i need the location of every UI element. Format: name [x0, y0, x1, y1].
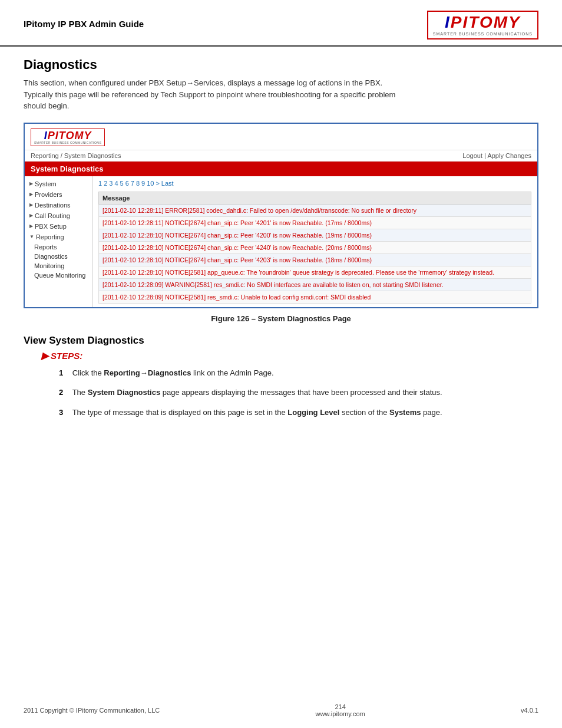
step-2-num: 2	[59, 388, 63, 397]
page-8[interactable]: 8	[136, 180, 140, 187]
logo-brand: PITOMY	[451, 13, 521, 31]
section-intro: This section, when configured under PBX …	[24, 77, 538, 112]
steps-label: STEPS:	[51, 351, 82, 361]
sidebar-item-system[interactable]: ▶ System	[25, 179, 92, 189]
page-4[interactable]: 4	[114, 180, 118, 187]
ss-logo: IPITOMY SMARTER BUSINESS COMMUNICATIONS	[31, 129, 105, 146]
table-row-1: [2011-02-10 12:28:11] ERROR[2581] codec_…	[99, 204, 531, 216]
page-1[interactable]: 1	[98, 180, 102, 187]
sidebar-sub-queue-monitoring[interactable]: Queue Monitoring	[25, 271, 92, 280]
sidebar-label-reporting: Reporting	[36, 233, 64, 241]
ss-sidebar: ▶ System ▶ Providers ▶ Destinations ▶ Ca…	[25, 176, 92, 307]
intro-line-2: Typically this page will be referenced b…	[24, 90, 395, 99]
step-2-bold1: System Diagnostics	[88, 388, 161, 397]
step-1: 1 Click the Reporting→Diagnostics link o…	[59, 367, 538, 379]
page-footer: 2011 Copyright © IPitomy Communication, …	[0, 703, 562, 717]
sidebar-label-pbx-setup: PBX Setup	[35, 223, 67, 230]
table-row-7: [2011-02-10 12:28:09] WARNING[2581] res_…	[99, 278, 531, 291]
sidebar-arrow-destinations: ▶	[29, 202, 33, 207]
page-9[interactable]: 9	[141, 180, 145, 187]
page-6[interactable]: 6	[125, 180, 129, 187]
table-row-5: [2011-02-10 12:28:10] NOTICE[2674] chan_…	[99, 253, 531, 266]
step-3-num: 3	[59, 408, 63, 417]
apply-changes-link[interactable]: Apply Changes	[487, 152, 531, 159]
page-next[interactable]: >	[156, 180, 159, 187]
table-row-2: [2011-02-10 12:28:11] NOTICE[2674] chan_…	[99, 216, 531, 229]
page-header: IPitomy IP PBX Admin Guide IPITOMY SMART…	[0, 0, 562, 47]
figure-caption: Figure 126 – System Diagnostics Page	[24, 314, 538, 323]
ss-logo-brand: PITOMY	[48, 130, 92, 141]
logo-text: IPITOMY	[445, 14, 521, 31]
footer-url: www.ipitomy.com	[316, 710, 365, 717]
logout-link[interactable]: Logout	[462, 152, 482, 159]
table-header-message: Message	[99, 192, 531, 204]
sidebar-label-system: System	[35, 180, 57, 187]
sidebar-label-call-routing: Call Routing	[35, 212, 70, 219]
steps-heading: ▶ STEPS:	[41, 350, 538, 361]
sidebar-arrow-system: ▶	[29, 181, 33, 186]
sidebar-item-reporting[interactable]: ▼ Reporting	[25, 232, 92, 242]
step-1-num: 1	[59, 368, 63, 377]
intro-line-1: This section, when configured under PBX …	[24, 78, 382, 87]
sidebar-sub-reports[interactable]: Reports	[25, 242, 92, 252]
sidebar-arrow-providers: ▶	[29, 192, 33, 197]
sidebar-arrow-pbx-setup: ▶	[29, 223, 33, 229]
page-last[interactable]: Last	[161, 180, 174, 187]
sidebar-item-destinations[interactable]: ▶ Destinations	[25, 200, 92, 210]
ss-table: Message [2011-02-10 12:28:11] ERROR[2581…	[98, 192, 531, 304]
steps-list: 1 Click the Reporting→Diagnostics link o…	[59, 367, 538, 419]
ss-logo-row: IPITOMY SMARTER BUSINESS COMMUNICATIONS	[31, 129, 531, 146]
page-10[interactable]: 10	[147, 180, 154, 187]
table-row-6: [2011-02-10 12:28:10] NOTICE[2581] app_q…	[99, 266, 531, 278]
ss-body: ▶ System ▶ Providers ▶ Destinations ▶ Ca…	[25, 176, 537, 307]
step-3-text: The type of message that is displayed on…	[72, 408, 442, 417]
main-content: Diagnostics This section, when configure…	[0, 51, 562, 450]
step-3-bold1: Logging Level	[287, 408, 339, 417]
footer-right: v4.0.1	[521, 707, 538, 714]
ss-main: 1 2 3 4 5 6 7 8 9 10 > Last	[92, 176, 537, 307]
footer-page-number: 214	[316, 703, 365, 710]
ss-header: IPITOMY SMARTER BUSINESS COMMUNICATIONS	[25, 124, 537, 150]
table-row-8: [2011-02-10 12:28:09] NOTICE[2581] res_s…	[99, 291, 531, 303]
footer-center: 214 www.ipitomy.com	[316, 703, 365, 717]
sidebar-item-call-routing[interactable]: ▶ Call Routing	[25, 210, 92, 221]
sidebar-arrow-reporting: ▼	[29, 234, 34, 239]
page-3[interactable]: 3	[109, 180, 113, 187]
step-1-bold2: Diagnostics	[148, 368, 191, 377]
step-1-bold1: Reporting	[104, 368, 140, 377]
ss-logo-sub: SMARTER BUSINESS COMMUNICATIONS	[34, 141, 101, 144]
section-heading: Diagnostics	[24, 57, 538, 73]
sidebar-sub-monitoring[interactable]: Monitoring	[25, 261, 92, 271]
sidebar-label-destinations: Destinations	[35, 202, 71, 209]
logo-subtitle: SMARTER BUSINESS COMMUNICATIONS	[433, 32, 533, 36]
logo-i-letter: I	[445, 13, 451, 31]
sub-section-heading: View System Diagnostics	[24, 335, 538, 347]
logo-area: IPITOMY SMARTER BUSINESS COMMUNICATIONS	[427, 11, 538, 39]
ss-actions: Logout | Apply Changes	[462, 152, 531, 159]
table-row-4: [2011-02-10 12:28:10] NOTICE[2674] chan_…	[99, 241, 531, 253]
table-row-3: [2011-02-10 12:28:10] NOTICE[2674] chan_…	[99, 229, 531, 241]
ss-title-bar: System Diagnostics	[25, 162, 537, 176]
ss-topbar: Reporting / System Diagnostics Logout | …	[25, 150, 537, 162]
header-title: IPitomy IP PBX Admin Guide	[24, 11, 144, 29]
sidebar-label-providers: Providers	[35, 191, 62, 198]
screenshot-box: IPITOMY SMARTER BUSINESS COMMUNICATIONS …	[24, 123, 538, 308]
logo-box: IPITOMY SMARTER BUSINESS COMMUNICATIONS	[427, 11, 538, 39]
page-7[interactable]: 7	[131, 180, 134, 187]
sidebar-item-providers[interactable]: ▶ Providers	[25, 189, 92, 200]
step-1-text: Click the Reporting→Diagnostics link on …	[72, 368, 274, 377]
steps-arrow-icon: ▶	[41, 350, 48, 361]
sidebar-arrow-call-routing: ▶	[29, 213, 33, 218]
sidebar-sub-diagnostics[interactable]: Diagnostics	[25, 252, 92, 261]
step-2-text: The System Diagnostics page appears disp…	[72, 388, 442, 397]
footer-left: 2011 Copyright © IPitomy Communication, …	[24, 707, 160, 714]
step-2: 2 The System Diagnostics page appears di…	[59, 387, 538, 398]
intro-line-3: should begin.	[24, 101, 69, 110]
page-2[interactable]: 2	[104, 180, 107, 187]
ss-breadcrumb: Reporting / System Diagnostics	[31, 152, 121, 159]
page-5[interactable]: 5	[120, 180, 124, 187]
ss-logo-text: IPITOMY	[44, 130, 92, 141]
sidebar-item-pbx-setup[interactable]: ▶ PBX Setup	[25, 221, 92, 232]
step-1-arrow: →	[140, 368, 148, 377]
step-3: 3 The type of message that is displayed …	[59, 407, 538, 419]
